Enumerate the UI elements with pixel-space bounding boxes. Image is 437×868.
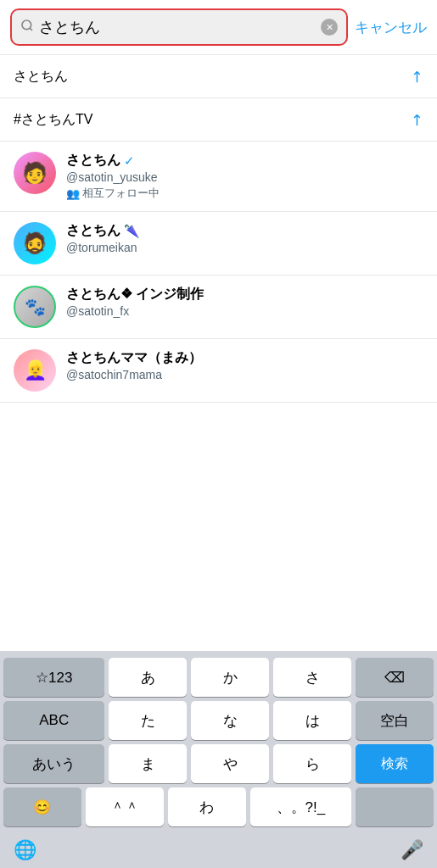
user-item-2[interactable]: 🧔 さとちん 🌂 @torumeikan	[0, 212, 437, 275]
key-sa[interactable]: さ	[273, 658, 351, 697]
key-ma[interactable]: ま	[109, 744, 187, 783]
avatar-4: 👱‍♀️	[14, 349, 56, 392]
globe-icon[interactable]: 🌐	[14, 839, 36, 861]
keyboard-bottom-bar: 🌐 🎤	[0, 836, 437, 868]
key-sym123[interactable]: ☆123	[3, 658, 104, 697]
user-info-4: さとちんママ（まみ） @satochin7mama	[66, 349, 423, 381]
search-query-text[interactable]: さとちん	[39, 17, 316, 37]
key-backspace[interactable]: ⌫	[356, 658, 434, 697]
suggestion-item-2[interactable]: #さとちんTV ↗	[0, 98, 437, 142]
key-search[interactable]: 検索	[356, 744, 434, 783]
keyboard: ☆123 あ か さ ⌫ ABC た な は 空白 あいう ま や ら 検索 😊…	[0, 651, 437, 868]
key-ra[interactable]: ら	[273, 744, 351, 783]
key-na[interactable]: な	[191, 701, 269, 740]
key-space[interactable]: 空白	[356, 701, 434, 740]
user-info-2: さとちん 🌂 @torumeikan	[66, 222, 423, 254]
keyboard-row-4: 😊 ＾＾ わ 、。?!_	[3, 787, 434, 826]
suggestions-list: さとちん ↗ #さとちんTV ↗	[0, 55, 437, 142]
search-icon	[20, 19, 34, 36]
verified-badge-1: ✓	[124, 153, 135, 169]
key-ka[interactable]: か	[191, 658, 269, 697]
follow-icon-1: 👥	[66, 187, 80, 200]
mic-icon[interactable]: 🎤	[401, 839, 423, 861]
user-name-3: さとちん❖ インジ制作	[66, 286, 204, 303]
user-list: 🧑 さとちん ✓ @satotin_yusuke 👥 相互フォロー中 🧔 さとち…	[0, 142, 437, 403]
key-empty[interactable]	[356, 787, 434, 826]
user-item-4[interactable]: 👱‍♀️ さとちんママ（まみ） @satochin7mama	[0, 339, 437, 403]
svg-line-1	[30, 28, 32, 31]
avatar-3: 🐾	[14, 286, 56, 328]
user-name-row-1: さとちん ✓	[66, 152, 423, 170]
follow-status-1: 👥 相互フォロー中	[66, 186, 423, 201]
keyboard-keys: ☆123 あ か さ ⌫ ABC た な は 空白 あいう ま や ら 検索 😊…	[0, 651, 437, 836]
key-punct[interactable]: 、。?!_	[250, 787, 351, 826]
search-bar: さとちん キャンセル	[0, 0, 437, 55]
suggestion-text-1: さとちん	[14, 68, 68, 86]
user-name-row-2: さとちん 🌂	[66, 222, 423, 240]
key-ta[interactable]: た	[109, 701, 187, 740]
keyboard-row-3: あいう ま や ら 検索	[3, 744, 434, 783]
key-aiueo[interactable]: あいう	[3, 744, 104, 783]
key-caret[interactable]: ＾＾	[86, 787, 164, 826]
suggestion-text-2: #さとちんTV	[14, 111, 92, 129]
keyboard-row-1: ☆123 あ か さ ⌫	[3, 658, 434, 697]
key-wa[interactable]: わ	[168, 787, 246, 826]
user-item-1[interactable]: 🧑 さとちん ✓ @satotin_yusuke 👥 相互フォロー中	[0, 142, 437, 212]
suggestion-item[interactable]: さとちん ↗	[0, 55, 437, 98]
user-name-2: さとちん	[66, 222, 120, 240]
user-name-1: さとちん	[66, 152, 120, 170]
user-name-row-4: さとちんママ（まみ）	[66, 349, 423, 367]
cancel-button[interactable]: キャンセル	[355, 18, 427, 37]
arrow-icon-1: ↗	[406, 65, 428, 87]
user-handle-1: @satotin_yusuke	[66, 170, 423, 184]
search-input-wrapper[interactable]: さとちん	[10, 8, 348, 46]
keyboard-row-2: ABC た な は 空白	[3, 701, 434, 740]
user-name-row-3: さとちん❖ インジ制作	[66, 286, 423, 303]
key-abc[interactable]: ABC	[3, 701, 104, 740]
clear-button[interactable]	[321, 19, 338, 36]
user-info-3: さとちん❖ インジ制作 @satotin_fx	[66, 286, 423, 318]
follow-text-1: 相互フォロー中	[82, 186, 160, 201]
user-handle-2: @torumeikan	[66, 241, 423, 254]
user-name-4: さとちんママ（まみ）	[66, 349, 202, 367]
user-info-1: さとちん ✓ @satotin_yusuke 👥 相互フォロー中	[66, 152, 423, 201]
key-ya[interactable]: や	[191, 744, 269, 783]
key-emoji[interactable]: 😊	[3, 787, 81, 826]
svg-point-0	[22, 20, 31, 30]
avatar-1: 🧑	[14, 152, 56, 194]
key-ha[interactable]: は	[273, 701, 351, 740]
user-item-3[interactable]: 🐾 さとちん❖ インジ制作 @satotin_fx	[0, 275, 437, 339]
avatar-2: 🧔	[14, 222, 56, 264]
user-handle-3: @satotin_fx	[66, 304, 423, 318]
arrow-icon-2: ↗	[406, 108, 428, 131]
key-a[interactable]: あ	[109, 658, 187, 697]
emoji-badge-2: 🌂	[124, 224, 140, 239]
user-handle-4: @satochin7mama	[66, 368, 423, 381]
